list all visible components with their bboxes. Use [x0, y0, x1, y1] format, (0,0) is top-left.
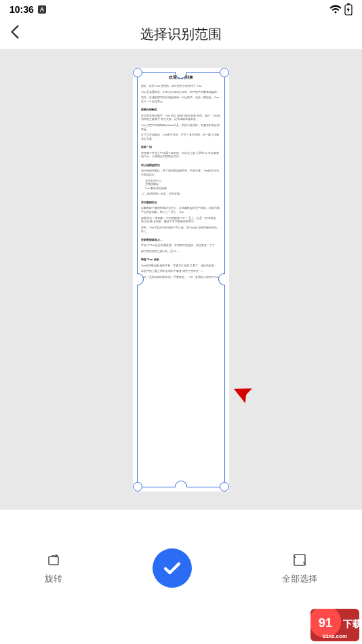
crop-handle-left[interactable] [137, 273, 144, 285]
svg-text:91: 91 [319, 616, 332, 630]
select-all-label: 全部选择 [282, 573, 317, 585]
crop-handle-right[interactable] [218, 273, 225, 285]
bottom-toolbar: 旋转 全部选择 [0, 512, 362, 644]
confirm-button[interactable] [153, 548, 192, 588]
svg-text:A: A [40, 6, 45, 13]
header: 选择识别范围 [0, 19, 362, 49]
crop-handle-bottom[interactable] [175, 481, 187, 487]
page-title: 选择识别范围 [0, 25, 362, 43]
watermark-url: 91xz.com [323, 633, 347, 639]
app-badge-icon: A [38, 5, 46, 14]
status-bar: 10:36 A [0, 0, 362, 19]
rotate-label: 旋转 [45, 573, 62, 585]
watermark-text: 下载站 [342, 618, 359, 629]
crop-frame[interactable] [137, 72, 225, 487]
rotate-button[interactable]: 旋转 [45, 551, 62, 585]
svg-rect-3 [347, 3, 350, 5]
document-preview[interactable]: 欢迎你的到来 您好，欢迎 Treo 想到的，本次更开心你使用了 Treo。 Tr… [133, 68, 229, 491]
svg-rect-4 [49, 557, 58, 565]
select-all-button[interactable]: 全部选择 [282, 551, 317, 585]
crop-handle-top-left[interactable] [133, 68, 142, 77]
chevron-left-icon [7, 23, 24, 41]
crop-handle-top[interactable] [175, 72, 187, 79]
status-time: 10:36 [9, 4, 34, 15]
watermark: 91 下载站 91xz.com [310, 609, 359, 641]
crop-handle-bottom-right[interactable] [220, 482, 229, 491]
preview-area: 欢迎你的到来 您好，欢迎 Treo 想到的，本次更开心你使用了 Treo。 Tr… [0, 49, 362, 510]
rotate-icon [45, 552, 62, 568]
annotation-arrow-icon [227, 376, 294, 426]
battery-icon [344, 3, 353, 16]
crop-handle-bottom-left[interactable] [133, 482, 142, 491]
back-button[interactable] [7, 23, 24, 43]
wifi-icon [329, 5, 342, 14]
svg-rect-5 [294, 555, 305, 565]
select-all-icon [291, 552, 308, 568]
crop-handle-top-right[interactable] [220, 68, 229, 77]
check-icon [161, 557, 184, 580]
